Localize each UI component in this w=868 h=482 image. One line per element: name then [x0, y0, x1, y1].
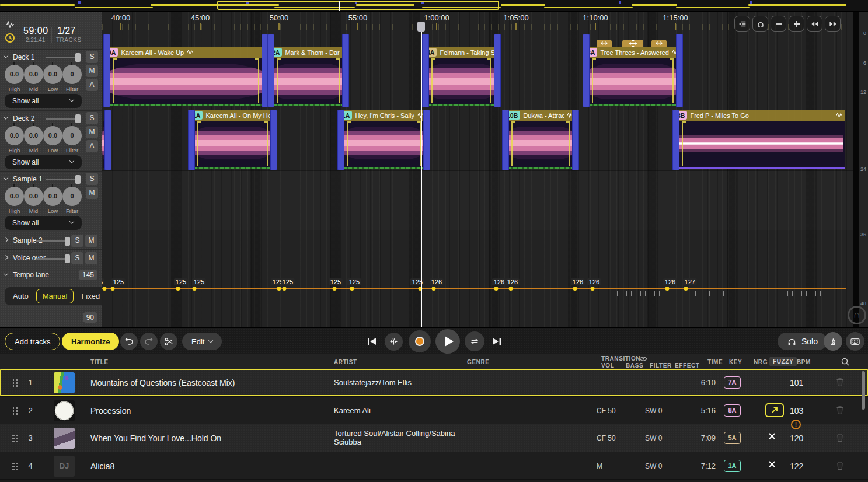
- mute-button[interactable]: M: [86, 187, 98, 199]
- track-row-1[interactable]: 1 Mountains of Questions (Eastcoast Mix)…: [0, 369, 868, 397]
- jump-forward-button[interactable]: [825, 16, 841, 32]
- tempo-automation-line[interactable]: [102, 288, 846, 289]
- edit-menu-button[interactable]: Edit: [182, 333, 222, 350]
- skip-to-start-button[interactable]: [365, 335, 378, 348]
- fade-out-handle[interactable]: [339, 58, 340, 103]
- clip-felmann[interactable]: 4AFelmann - Taking Sh: [422, 34, 501, 107]
- clip-title-bar[interactable]: 8BFred P - Miles To Go: [672, 110, 845, 121]
- record-button[interactable]: [409, 330, 431, 352]
- drag-handle-icon[interactable]: [12, 434, 18, 442]
- mute-button[interactable]: M: [85, 252, 97, 264]
- tempo-point[interactable]: [573, 287, 577, 291]
- transition-vol[interactable]: M: [597, 462, 602, 470]
- column-fuzzy-toggle[interactable]: FUZZY: [769, 357, 797, 366]
- clip-edge-handle[interactable]: [572, 110, 579, 170]
- clip-edge-handle[interactable]: [188, 110, 195, 170]
- add-tracks-button[interactable]: Add tracks: [5, 333, 60, 350]
- transition-bass[interactable]: SW 0: [645, 462, 662, 470]
- clip-edge-handle[interactable]: [494, 34, 501, 107]
- fade-in-handle[interactable]: [682, 121, 683, 166]
- tempo-point[interactable]: [432, 287, 436, 291]
- tempo-point[interactable]: [103, 287, 107, 291]
- chevron-down-icon[interactable]: [4, 271, 8, 275]
- clip-hey-im-chris[interactable]: 1AHey, I'm Chris - Sally: [337, 110, 430, 170]
- clip-edge-handle[interactable]: [676, 34, 683, 107]
- split-at-playhead-button[interactable]: [385, 333, 403, 351]
- tempo-point[interactable]: [193, 287, 197, 291]
- knob-high[interactable]: 0.0: [5, 65, 24, 84]
- delete-track-button[interactable]: [836, 433, 844, 442]
- clip-dukwa-attraction[interactable]: 10BDukwa - Attraction: [502, 110, 579, 170]
- deck-2-volume-slider[interactable]: [46, 118, 79, 120]
- tempo-point[interactable]: [665, 287, 670, 291]
- fade-in-handle[interactable]: [347, 121, 348, 166]
- harmonize-button[interactable]: Harmonize: [62, 333, 119, 350]
- tempo-point[interactable]: [509, 287, 513, 291]
- clip-tree-threes-selected[interactable]: 8ATree Threes - Answered: [583, 34, 683, 107]
- chevron-right-icon[interactable]: [4, 255, 8, 260]
- track-row-4[interactable]: 4 DJ Alicia8 M SW 0 7:12 1A 122: [0, 452, 868, 480]
- tempo-point[interactable]: [494, 287, 499, 291]
- knob-filter[interactable]: 0: [62, 65, 82, 84]
- knob-filter[interactable]: 0: [62, 126, 82, 145]
- minimap-viewport[interactable]: [217, 1, 499, 10]
- knob-high[interactable]: 0.0: [5, 187, 24, 206]
- deck-1-filter-dropdown[interactable]: Show all: [5, 94, 82, 108]
- fade-out-handle[interactable]: [672, 58, 674, 103]
- clip-kareem-ali-on-my-head[interactable]: 1AKareem Ali - On My Hea: [188, 110, 277, 170]
- voice-over-volume-slider[interactable]: [36, 258, 69, 260]
- transition-vol[interactable]: CF 50: [597, 434, 616, 442]
- knob-low[interactable]: 0.0: [43, 187, 62, 206]
- knob-mid[interactable]: 0.0: [24, 65, 43, 84]
- fade-in-handle[interactable]: [197, 121, 198, 166]
- arrangement-timeline[interactable]: 40:00 45:00 50:00 55:00 1:00:00 1:05:00 …: [102, 12, 853, 327]
- metronome-button[interactable]: [824, 332, 842, 351]
- fade-in-handle[interactable]: [277, 58, 278, 103]
- clip-title-bar[interactable]: 4AFelmann - Taking Sh: [422, 47, 501, 58]
- zoom-in-button[interactable]: [789, 16, 804, 32]
- clip-edge-handle[interactable]: [104, 110, 111, 170]
- fade-out-handle[interactable]: [490, 58, 491, 103]
- fade-out-handle[interactable]: [569, 121, 570, 166]
- magnet-snap-button[interactable]: [752, 16, 768, 32]
- fade-out-handle[interactable]: [258, 58, 259, 103]
- clip-title-bar[interactable]: 9AKareem Ali - Wake Up: [103, 47, 269, 58]
- solo-button[interactable]: S: [71, 252, 83, 264]
- mute-button[interactable]: M: [86, 65, 98, 77]
- sample-2-volume-slider[interactable]: [36, 240, 69, 242]
- skip-to-end-button[interactable]: [490, 335, 503, 348]
- chevron-down-icon[interactable]: [4, 114, 8, 119]
- sample-1-filter-dropdown[interactable]: Show all: [5, 216, 82, 230]
- auto-button[interactable]: A: [86, 79, 98, 91]
- clip-title-bar[interactable]: 8ATree Threes - Answered: [583, 47, 683, 58]
- clip-title-bar[interactable]: 10BDukwa - Attraction: [502, 110, 579, 121]
- vertical-scrollbar[interactable]: [853, 12, 859, 327]
- clip-edge-handle[interactable]: [423, 110, 430, 170]
- knob-mid[interactable]: 0.0: [24, 187, 43, 206]
- solo-button[interactable]: S: [71, 235, 83, 247]
- delete-track-button[interactable]: [836, 461, 844, 470]
- tempo-point[interactable]: [591, 287, 595, 291]
- knob-high[interactable]: 0.0: [5, 126, 24, 145]
- delete-track-button[interactable]: [836, 378, 844, 387]
- keyboard-shortcuts-button[interactable]: [846, 332, 864, 351]
- knob-filter[interactable]: 0: [62, 187, 82, 206]
- drag-handle-icon[interactable]: [12, 407, 18, 415]
- track-row-2[interactable]: 2 Procession Kareem Ali CF 50 SW 0 5:16 …: [0, 397, 868, 424]
- loop-button[interactable]: [465, 331, 484, 351]
- playhead-handle[interactable]: [417, 22, 425, 32]
- solo-button[interactable]: S: [86, 112, 98, 124]
- tempo-point[interactable]: [277, 287, 281, 291]
- fade-in-handle[interactable]: [511, 121, 513, 166]
- drag-handle-icon[interactable]: [12, 379, 18, 387]
- clip-edge-handle[interactable]: [502, 110, 509, 170]
- clip-edge-handle[interactable]: [583, 34, 590, 107]
- tempo-point[interactable]: [350, 287, 354, 291]
- fuzzy-reject-x[interactable]: [768, 432, 776, 440]
- stretch-left-handle[interactable]: [597, 40, 612, 47]
- solo-headphones-button[interactable]: Solo: [778, 333, 827, 350]
- auto-button[interactable]: A: [86, 140, 98, 152]
- jump-back-button[interactable]: [807, 16, 822, 32]
- delete-track-button[interactable]: [836, 406, 844, 415]
- knob-low[interactable]: 0.0: [43, 65, 62, 84]
